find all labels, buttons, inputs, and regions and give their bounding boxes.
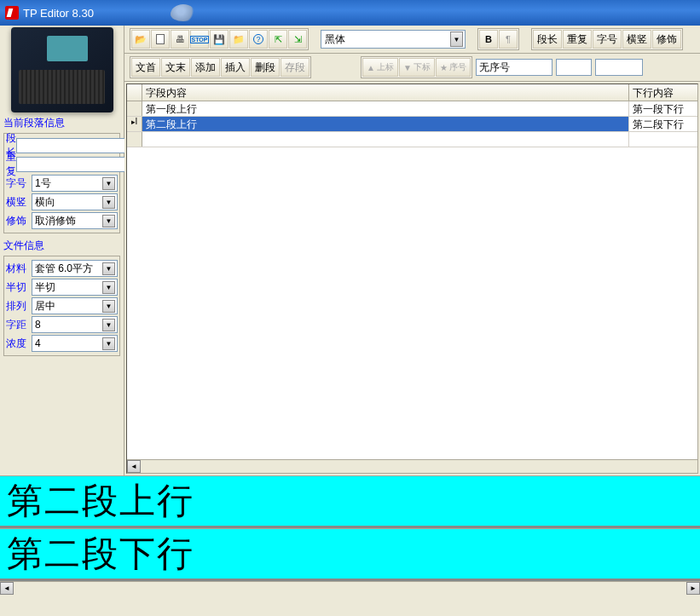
cell-content[interactable]: 第一段上行 (142, 101, 629, 116)
sequence-input-3[interactable] (595, 59, 643, 76)
select-align-value: 居中 (35, 299, 55, 314)
open-file-button[interactable]: 📁 (229, 30, 248, 49)
cell-down[interactable]: 第一段下行 (629, 101, 697, 116)
select-decoration[interactable]: 取消修饰 ▼ (32, 212, 118, 229)
import-button[interactable]: ⇲ (288, 30, 307, 49)
save-icon: 💾 (213, 34, 225, 45)
label-align: 排列 (6, 299, 32, 314)
doc-home-button[interactable]: 文首 (131, 58, 160, 77)
scroll-right-button[interactable]: ► (686, 582, 700, 595)
sequence-type-input[interactable] (476, 59, 552, 76)
file-info-panel: 材料 套管 6.0平方 ▼ 半切 半切 ▼ 排列 居中 ▼ (3, 256, 120, 356)
stop-button[interactable]: STOP (190, 30, 209, 49)
label-spacing: 字距 (6, 318, 32, 332)
print-button[interactable]: 🖶 (171, 30, 189, 49)
row-header-corner (127, 84, 142, 101)
title-decoration (171, 4, 196, 21)
row-indicator: I (127, 117, 142, 131)
label-density: 浓度 (6, 337, 32, 351)
titlebar: TP Editor 8.30 (0, 0, 700, 26)
table-row[interactable]: 第一段上行 第一段下行 (127, 101, 697, 117)
select-orientation[interactable]: 横向 ▼ (32, 193, 118, 210)
toolbar-1: 📂 🖶 STOP 💾 📁 ? ⇱ ⇲ 黑体 ▼ B ¶ (124, 26, 700, 54)
subscript-button[interactable]: ▼下标 (399, 58, 435, 77)
preview-area: 第二段上行 第二段下行 (0, 475, 700, 581)
toolbar-2: 文首 文末 添加 插入 删段 存段 ▲上标 ▼下标 ★序号 (124, 54, 700, 82)
scroll-track[interactable] (141, 460, 697, 473)
fontsize-button[interactable]: 字号 (593, 30, 622, 49)
select-halfcut-value: 半切 (35, 280, 55, 295)
insert-segment-button[interactable]: 插入 (221, 58, 250, 77)
sidebar: 当前段落信息 段长 重复 字号 1号 ▼ 横竖 横向 ▼ (0, 26, 124, 475)
scroll-left-button[interactable]: ◄ (127, 460, 141, 473)
stop-icon: STOP (190, 36, 210, 43)
select-halfcut[interactable]: 半切 ▼ (32, 279, 118, 296)
table-row[interactable]: I 第二段上行 第二段下行 (127, 117, 697, 132)
import-icon: ⇲ (294, 34, 302, 45)
select-orientation-value: 横向 (35, 195, 55, 210)
scroll-track[interactable] (14, 582, 686, 595)
folder-open-icon: 📁 (233, 34, 245, 45)
content-area: 📂 🖶 STOP 💾 📁 ? ⇱ ⇲ 黑体 ▼ B ¶ (124, 26, 700, 475)
select-material-value: 套管 6.0平方 (35, 262, 93, 276)
column-header-content[interactable]: 字段内容 (142, 84, 629, 101)
arrow-down-icon: ▼ (403, 63, 412, 72)
paragraph-info-panel: 段长 重复 字号 1号 ▼ 横竖 横向 ▼ (3, 133, 120, 233)
arrow-up-icon: ▲ (367, 63, 375, 72)
repeat-button[interactable]: 重复 (563, 30, 592, 49)
delete-segment-button[interactable]: 删段 (251, 58, 280, 77)
table-row-empty[interactable] (127, 132, 697, 147)
app-icon (5, 6, 19, 20)
select-spacing-value: 8 (35, 319, 41, 331)
label-halfcut: 半切 (6, 280, 32, 295)
superscript-button[interactable]: ▲上标 (362, 58, 398, 77)
label-orientation: 横竖 (6, 195, 32, 210)
sequence-button[interactable]: ★序号 (436, 58, 471, 77)
cell-content[interactable] (142, 132, 629, 147)
paragraph-mark-button[interactable]: ¶ (499, 30, 518, 49)
column-header-down[interactable]: 下行内容 (629, 84, 697, 101)
select-density[interactable]: 4 ▼ (32, 335, 118, 352)
length-button[interactable]: 段长 (533, 30, 562, 49)
bold-button[interactable]: B (479, 30, 498, 49)
chevron-down-icon: ▼ (102, 319, 115, 331)
font-family-value: 黑体 (325, 32, 345, 47)
table-horizontal-scrollbar[interactable]: ◄ (127, 459, 697, 473)
select-spacing[interactable]: 8 ▼ (32, 316, 118, 333)
device-image (11, 27, 113, 112)
row-indicator (127, 132, 142, 147)
save-segment-button[interactable]: 存段 (281, 58, 310, 77)
open-button[interactable]: 📂 (131, 30, 150, 49)
select-fontsize[interactable]: 1号 ▼ (32, 175, 118, 192)
window-horizontal-scrollbar[interactable]: ◄ ► (0, 581, 700, 595)
bold-icon: B (485, 34, 492, 44)
orientation-button[interactable]: 横竖 (622, 30, 651, 49)
cell-down[interactable]: 第二段下行 (629, 117, 697, 131)
table-header: 字段内容 下行内容 (127, 84, 697, 101)
pilcrow-icon: ¶ (506, 34, 511, 44)
new-doc-button[interactable] (151, 30, 170, 49)
sequence-input-2[interactable] (556, 59, 592, 76)
save-button[interactable]: 💾 (210, 30, 229, 49)
help-icon: ? (253, 34, 263, 44)
select-density-value: 4 (35, 337, 41, 349)
row-indicator (127, 101, 142, 116)
chevron-down-icon: ▼ (102, 300, 115, 313)
scroll-left-button[interactable]: ◄ (0, 582, 14, 595)
chevron-down-icon: ▼ (102, 177, 115, 190)
section-file-info-title: 文件信息 (0, 237, 124, 255)
doc-end-button[interactable]: 文末 (161, 58, 190, 77)
cell-down[interactable] (629, 132, 697, 147)
export-button[interactable]: ⇱ (269, 30, 287, 49)
font-family-select[interactable]: 黑体 ▼ (321, 30, 466, 49)
label-repeat: 重复 (6, 150, 16, 179)
label-fontsize: 字号 (6, 176, 32, 191)
add-segment-button[interactable]: 添加 (191, 58, 220, 77)
select-material[interactable]: 套管 6.0平方 ▼ (32, 260, 118, 277)
cell-content[interactable]: 第二段上行 (142, 117, 629, 131)
help-button[interactable]: ? (249, 30, 268, 49)
chevron-down-icon: ▼ (102, 215, 115, 227)
label-material: 材料 (6, 262, 32, 276)
decoration-button[interactable]: 修饰 (652, 30, 681, 49)
select-align[interactable]: 居中 ▼ (32, 297, 118, 314)
